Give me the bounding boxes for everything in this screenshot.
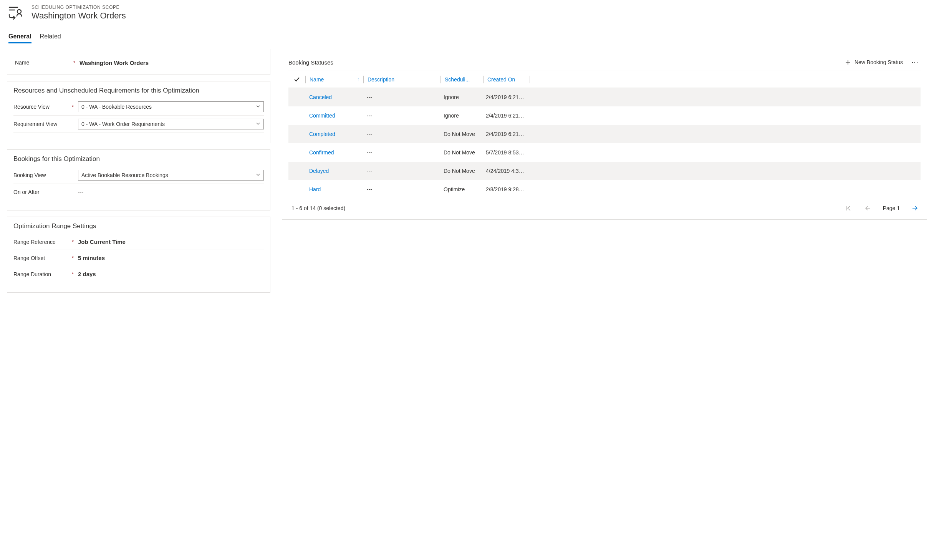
name-card: Name * Washington Work Orders	[7, 49, 270, 75]
requirement-view-label: Requirement View	[13, 121, 71, 127]
grid-status-text: 1 - 6 of 14 (0 selected)	[291, 205, 345, 211]
required-mark	[71, 172, 78, 178]
pager-next-button[interactable]	[911, 204, 919, 212]
resources-card: Resources and Unscheduled Requirements f…	[7, 81, 270, 143]
required-mark: *	[71, 239, 78, 245]
tab-general[interactable]: General	[8, 31, 31, 43]
range-reference-label: Range Reference	[13, 239, 71, 245]
cell-description: ---	[363, 94, 440, 100]
table-row[interactable]: Completed---Do Not Move2/4/2019 6:21 P..…	[288, 125, 921, 143]
booking-view-value: Active Bookable Resource Bookings	[81, 172, 168, 178]
required-mark: *	[71, 104, 78, 110]
cell-created: 2/4/2019 6:21 P...	[482, 131, 528, 137]
svg-point-2	[17, 10, 21, 13]
required-mark	[71, 189, 78, 195]
pager-first-button[interactable]	[845, 204, 853, 212]
chevron-down-icon	[256, 121, 260, 126]
header-caption: SCHEDULING OPTIMIZATION SCOPE	[31, 5, 126, 10]
range-reference-value[interactable]: Job Current Time	[78, 239, 126, 245]
tab-related[interactable]: Related	[40, 31, 61, 43]
new-booking-status-button[interactable]: New Booking Status	[845, 59, 903, 65]
chevron-down-icon	[256, 104, 260, 109]
bookings-title: Bookings for this Optimization	[13, 155, 264, 163]
cell-scheduling: Ignore	[440, 113, 482, 119]
bookings-card: Bookings for this Optimization Booking V…	[7, 149, 270, 210]
cell-name[interactable]: Canceled	[305, 94, 363, 100]
cell-created: 5/7/2019 8:53 A...	[482, 149, 528, 156]
table-row[interactable]: Committed---Ignore2/4/2019 6:21 P...	[288, 106, 921, 125]
cell-created: 2/8/2019 9:28 A...	[482, 186, 528, 192]
range-duration-label: Range Duration	[13, 271, 71, 277]
grid-header-row: Name ↑ Description Scheduli... Created O…	[288, 71, 921, 88]
booking-view-select[interactable]: Active Bookable Resource Bookings	[78, 170, 264, 181]
cell-description: ---	[363, 113, 440, 119]
cell-scheduling: Optimize	[440, 186, 482, 192]
cell-scheduling: Do Not Move	[440, 149, 482, 156]
cell-description: ---	[363, 131, 440, 137]
requirement-view-select[interactable]: 0 - WA - Work Order Requirements	[78, 119, 264, 129]
range-title: Optimization Range Settings	[13, 222, 264, 230]
table-row[interactable]: Canceled---Ignore2/4/2019 6:21 P...	[288, 88, 921, 106]
page-header: SCHEDULING OPTIMIZATION SCOPE Washington…	[7, 4, 927, 22]
page-title: Washington Work Orders	[31, 11, 126, 21]
booking-view-label: Booking View	[13, 172, 71, 178]
plus-icon	[845, 60, 851, 65]
cell-created: 2/4/2019 6:21 P...	[482, 113, 528, 119]
table-row[interactable]: Hard---Optimize2/8/2019 9:28 A...	[288, 180, 921, 199]
range-card: Optimization Range Settings Range Refere…	[7, 217, 270, 293]
requirement-view-value: 0 - WA - Work Order Requirements	[81, 121, 165, 127]
range-offset-label: Range Offset	[13, 255, 71, 261]
on-or-after-label: On or After	[13, 189, 71, 195]
table-row[interactable]: Delayed---Do Not Move4/24/2019 4:31 ...	[288, 162, 921, 180]
cell-name[interactable]: Committed	[305, 113, 363, 119]
pager: Page 1	[845, 204, 919, 212]
pager-prev-button[interactable]	[864, 204, 872, 212]
more-actions-button[interactable]: ⋯	[910, 57, 921, 68]
cell-name[interactable]: Hard	[305, 186, 363, 192]
cell-description: ---	[363, 168, 440, 174]
resource-view-value: 0 - WA - Bookable Resources	[81, 104, 152, 110]
range-offset-value[interactable]: 5 minutes	[78, 255, 105, 261]
booking-statuses-grid: Booking Statuses New Booking Status ⋯	[282, 49, 927, 220]
column-header-created-label: Created On	[487, 76, 515, 83]
column-header-name[interactable]: Name ↑	[306, 71, 363, 88]
grid-footer: 1 - 6 of 14 (0 selected) Page 1	[288, 199, 921, 214]
column-header-scheduling-label: Scheduli...	[445, 76, 470, 83]
range-duration-value[interactable]: 2 days	[78, 271, 96, 277]
scope-icon	[7, 4, 25, 22]
name-label: Name	[15, 60, 73, 66]
column-header-scheduling[interactable]: Scheduli...	[441, 71, 483, 88]
grid-title: Booking Statuses	[288, 59, 333, 66]
required-mark	[71, 121, 78, 127]
required-mark: *	[71, 271, 78, 277]
cell-name[interactable]: Completed	[305, 131, 363, 137]
grid-body: Canceled---Ignore2/4/2019 6:21 P...Commi…	[288, 88, 921, 199]
column-header-description-label: Description	[368, 76, 394, 83]
tab-row: General Related	[7, 31, 927, 43]
name-value[interactable]: Washington Work Orders	[79, 60, 149, 66]
column-header-name-label: Name	[310, 76, 324, 83]
cell-created: 4/24/2019 4:31 ...	[482, 168, 528, 174]
chevron-down-icon	[256, 172, 260, 177]
select-all-checkbox[interactable]	[288, 76, 305, 83]
more-icon: ⋯	[911, 58, 919, 66]
cell-scheduling: Do Not Move	[440, 168, 482, 174]
cell-created: 2/4/2019 6:21 P...	[482, 94, 528, 100]
cell-scheduling: Ignore	[440, 94, 482, 100]
required-mark: *	[73, 60, 79, 66]
resource-view-label: Resource View	[13, 104, 71, 110]
cell-name[interactable]: Confirmed	[305, 149, 363, 156]
table-row[interactable]: Confirmed---Do Not Move5/7/2019 8:53 A..…	[288, 143, 921, 162]
cell-description: ---	[363, 186, 440, 192]
resource-view-select[interactable]: 0 - WA - Bookable Resources	[78, 101, 264, 112]
column-header-created[interactable]: Created On	[484, 71, 530, 88]
resources-title: Resources and Unscheduled Requirements f…	[13, 87, 264, 94]
cell-scheduling: Do Not Move	[440, 131, 482, 137]
cell-description: ---	[363, 149, 440, 156]
new-booking-status-label: New Booking Status	[855, 59, 903, 65]
sort-asc-icon: ↑	[357, 76, 360, 82]
column-header-description[interactable]: Description	[364, 71, 441, 88]
required-mark: *	[71, 255, 78, 261]
cell-name[interactable]: Delayed	[305, 168, 363, 174]
on-or-after-value[interactable]: ---	[78, 189, 83, 195]
